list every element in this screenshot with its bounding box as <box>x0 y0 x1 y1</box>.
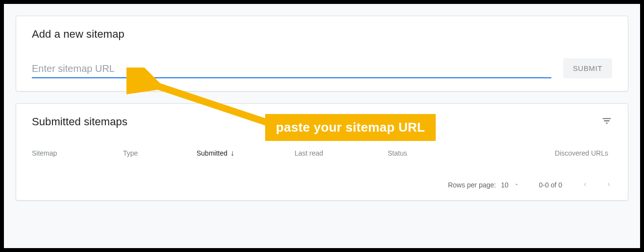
pager-range: 0-0 of 0 <box>539 181 562 189</box>
submit-button[interactable]: SUBMIT <box>563 58 612 78</box>
col-type[interactable]: Type <box>123 149 197 157</box>
submitted-sitemaps-title: Submitted sitemaps <box>32 115 127 128</box>
col-submitted[interactable]: Submitted ↓ <box>197 149 295 158</box>
col-last-read[interactable]: Last read <box>295 149 388 157</box>
sort-down-icon: ↓ <box>230 149 234 158</box>
annotation-label: paste your sitemap URL <box>265 114 436 141</box>
rows-per-page-dropdown-icon[interactable] <box>514 181 520 189</box>
pager-prev-icon[interactable] <box>582 179 589 190</box>
filter-icon[interactable] <box>601 115 612 128</box>
add-sitemap-card: Add a new sitemap SUBMIT <box>16 16 628 92</box>
col-submitted-label: Submitted <box>197 149 227 157</box>
rows-per-page-value[interactable]: 10 <box>501 181 509 189</box>
pager-next-icon[interactable] <box>605 179 612 190</box>
col-sitemap[interactable]: Sitemap <box>32 149 123 157</box>
table-pager: Rows per page: 10 0-0 of 0 <box>32 179 612 190</box>
col-discovered-urls[interactable]: Discovered URLs <box>510 149 612 157</box>
sitemap-url-input[interactable] <box>32 61 551 78</box>
col-status[interactable]: Status <box>388 149 510 157</box>
rows-per-page-label: Rows per page: <box>448 181 496 189</box>
add-sitemap-title: Add a new sitemap <box>32 28 612 41</box>
sitemaps-table-header: Sitemap Type Submitted ↓ Last read Statu… <box>32 149 612 158</box>
